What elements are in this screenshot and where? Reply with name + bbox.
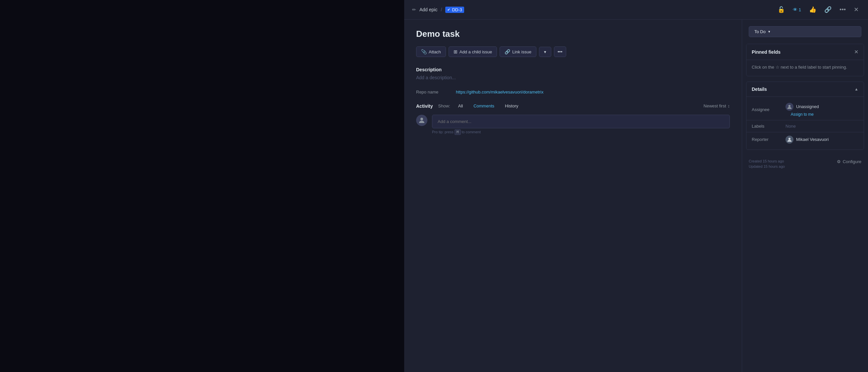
- repo-field-label: Repo name: [416, 89, 449, 94]
- labels-label: Labels: [752, 124, 781, 128]
- thumbsup-button[interactable]: 👍: [808, 5, 818, 15]
- activity-title: Activity: [416, 104, 433, 109]
- labels-none[interactable]: None: [785, 124, 796, 128]
- repo-field-row: Repo name https://github.com/mikaelvesav…: [416, 89, 730, 94]
- attach-icon: 📎: [421, 49, 427, 54]
- assignee-row: Assignee Unassigned: [746, 99, 864, 120]
- issue-modal: ✏ Add epic / ✔ DD-3 🔓 👁 1 👍 🔗 ••• ✕: [404, 0, 868, 372]
- sort-icon: ↕: [728, 104, 730, 108]
- activity-header-row: Activity Show: All Comments History Newe…: [416, 103, 730, 109]
- details-title: Details: [752, 87, 767, 92]
- description-label: Description: [416, 67, 730, 72]
- labels-row: Labels None: [746, 120, 864, 132]
- assignee-value: Unassigned Assign to me: [785, 103, 819, 117]
- right-footer: Created 15 hours ago Updated 15 hours ag…: [742, 155, 868, 172]
- link-issue-button[interactable]: 🔗 Link issue: [500, 47, 536, 57]
- more-options-button[interactable]: •••: [838, 5, 847, 15]
- close-pinned-button[interactable]: ✕: [854, 49, 858, 55]
- description-placeholder[interactable]: Add a description...: [416, 75, 730, 80]
- watch-button[interactable]: 👁 1: [792, 6, 802, 13]
- child-issue-icon: ⊞: [454, 49, 458, 54]
- attach-label: Attach: [429, 49, 441, 54]
- labels-value: None: [785, 124, 796, 128]
- assign-to-me-button[interactable]: Assign to me: [785, 112, 819, 117]
- created-timestamp: Created 15 hours ago: [749, 159, 785, 163]
- action-bar: 📎 Attach ⊞ Add a child issue 🔗 Link issu…: [416, 47, 730, 57]
- gear-icon: ⚙: [837, 159, 841, 164]
- task-id: DD-3: [452, 7, 462, 12]
- task-badge[interactable]: ✔ DD-3: [445, 7, 464, 13]
- timestamps: Created 15 hours ago Updated 15 hours ag…: [749, 159, 785, 168]
- details-header[interactable]: Details ▲: [746, 82, 864, 96]
- left-panel: Demo task 📎 Attach ⊞ Add a child issue 🔗…: [404, 20, 742, 372]
- topbar-left: ✏ Add epic / ✔ DD-3: [412, 7, 772, 13]
- lock-button[interactable]: 🔓: [776, 5, 786, 15]
- details-body: Assignee Unassigned: [746, 96, 864, 149]
- link-issue-label: Link issue: [512, 49, 531, 54]
- reporter-label: Reporter: [752, 137, 781, 142]
- pinned-fields-title: Pinned fields: [752, 49, 780, 55]
- chevron-down-icon: ▾: [768, 29, 770, 34]
- svg-point-0: [421, 118, 423, 120]
- edit-icon: ✏: [412, 7, 416, 12]
- eye-icon: 👁: [793, 7, 798, 12]
- assignee-info-row: Unassigned: [785, 103, 819, 111]
- pinned-hint: Click on the ☆ next to a field label to …: [752, 65, 847, 69]
- svg-point-1: [788, 105, 790, 107]
- task-icon: ✔: [447, 8, 450, 12]
- unassigned-icon: [785, 103, 794, 111]
- svg-point-2: [788, 138, 790, 140]
- add-child-issue-button[interactable]: ⊞ Add a child issue: [448, 47, 497, 57]
- watch-count: 1: [799, 7, 801, 12]
- pro-tip-key: M: [455, 129, 461, 135]
- reporter-avatar: [785, 136, 794, 144]
- right-panel: To Do ▾ Pinned fields ✕ Click on the ☆ n…: [742, 20, 868, 372]
- user-avatar: [416, 115, 427, 126]
- pinned-fields-header: Pinned fields ✕: [746, 44, 864, 60]
- attach-button[interactable]: 📎 Attach: [416, 47, 446, 57]
- configure-label: Configure: [843, 159, 861, 164]
- topbar: ✏ Add epic / ✔ DD-3 🔓 👁 1 👍 🔗 ••• ✕: [404, 0, 868, 20]
- close-button[interactable]: ✕: [852, 5, 860, 15]
- status-button[interactable]: To Do ▾: [749, 26, 861, 37]
- sort-label: Newest first: [704, 104, 726, 108]
- details-section: Details ▲ Assignee: [746, 82, 864, 150]
- comment-input-wrap: Pro tip: press M to comment: [432, 115, 730, 134]
- child-issue-label: Add a child issue: [460, 49, 492, 54]
- filter-all-button[interactable]: All: [456, 103, 465, 109]
- updated-timestamp: Updated 15 hours ago: [749, 165, 785, 168]
- assignee-name: Unassigned: [796, 104, 819, 109]
- activity-section: Activity Show: All Comments History Newe…: [416, 103, 730, 134]
- pinned-fields-body: Click on the ☆ next to a field label to …: [746, 60, 864, 76]
- collapse-icon: ▲: [855, 87, 858, 91]
- sort-button[interactable]: Newest first ↕: [704, 104, 730, 108]
- breadcrumb-sep: /: [441, 7, 442, 12]
- issue-title[interactable]: Demo task: [416, 29, 730, 39]
- reporter-row: Reporter Mikael Vesavuor: [746, 132, 864, 147]
- add-epic-label[interactable]: Add epic: [420, 7, 437, 12]
- chevron-down-icon: ▾: [544, 49, 546, 54]
- link-icon: 🔗: [504, 49, 510, 54]
- show-label: Show:: [438, 104, 450, 108]
- comment-input[interactable]: [432, 115, 730, 128]
- configure-button[interactable]: ⚙ Configure: [837, 159, 861, 164]
- pinned-fields-section: Pinned fields ✕ Click on the ☆ next to a…: [746, 44, 864, 76]
- status-label: To Do: [754, 29, 766, 34]
- more-actions-dropdown[interactable]: ▾: [539, 47, 551, 57]
- topbar-right: 🔓 👁 1 👍 🔗 ••• ✕: [776, 5, 860, 15]
- assignee-label: Assignee: [752, 107, 781, 112]
- filter-history-button[interactable]: History: [502, 103, 521, 109]
- extra-actions-button[interactable]: •••: [554, 47, 566, 57]
- main-content: Demo task 📎 Attach ⊞ Add a child issue 🔗…: [404, 20, 868, 372]
- reporter-name: Mikael Vesavuori: [796, 137, 829, 142]
- reporter-value: Mikael Vesavuori: [785, 136, 829, 144]
- repo-link[interactable]: https://github.com/mikaelvesavuori/doram…: [456, 89, 543, 94]
- modal-overlay: ✏ Add epic / ✔ DD-3 🔓 👁 1 👍 🔗 ••• ✕: [0, 0, 868, 372]
- reporter-info-row: Mikael Vesavuori: [785, 136, 829, 144]
- comment-row: Pro tip: press M to comment: [416, 115, 730, 134]
- filter-comments-button[interactable]: Comments: [471, 103, 497, 109]
- pro-tip: Pro tip: press M to comment: [432, 130, 730, 134]
- share-button[interactable]: 🔗: [823, 5, 833, 15]
